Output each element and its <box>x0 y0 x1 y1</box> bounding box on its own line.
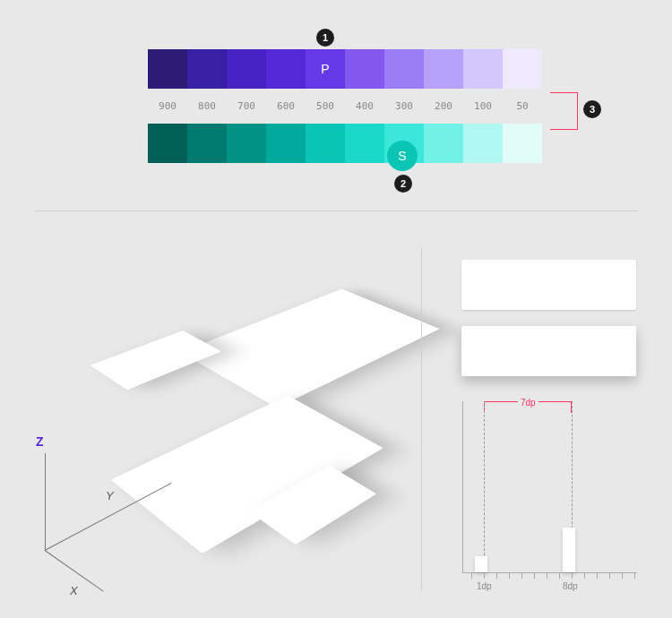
swatch <box>463 49 503 89</box>
chart-xlabel-2: 8dp <box>563 581 578 591</box>
chart-tick <box>559 573 560 579</box>
callout-2-label: 2 <box>401 178 406 189</box>
swatch <box>148 124 187 163</box>
chart-tick <box>609 573 610 579</box>
chart-y-axis <box>462 401 463 573</box>
swatch <box>227 124 266 163</box>
axis-x-label: X <box>70 584 78 597</box>
elevation-card-low <box>461 260 636 310</box>
chart-tick <box>634 573 635 579</box>
shade-labels-row: 90080070060050040030020010050 <box>148 100 542 112</box>
swatch <box>266 49 306 89</box>
callout-1-label: 1 <box>323 32 328 43</box>
shade-label: 600 <box>266 100 306 112</box>
chart-xlabel-1: 1dp <box>477 581 492 591</box>
chart-tick <box>471 573 472 579</box>
swatch <box>345 49 384 89</box>
chart-tick <box>572 573 573 579</box>
swatch <box>266 124 306 163</box>
chart-measure-label: 7dp <box>518 398 538 408</box>
shade-label: 100 <box>463 100 503 112</box>
chart-tick <box>547 573 547 579</box>
chart-tick <box>534 573 535 579</box>
swatch <box>187 124 227 163</box>
iso-card <box>180 289 439 408</box>
chart-tick <box>584 573 585 579</box>
shade-label: 200 <box>424 100 463 112</box>
elevation-chart: 7dp 1dp 8dp <box>462 401 637 589</box>
chart-bar-8dp <box>563 528 575 572</box>
chart-tick <box>496 573 497 579</box>
secondary-chip: S <box>387 141 418 171</box>
shade-label: 50 <box>503 100 542 112</box>
swatch <box>424 124 463 163</box>
column-divider <box>421 246 422 591</box>
swatch <box>424 49 463 89</box>
shade-label: 900 <box>148 100 187 112</box>
swatch <box>345 124 384 163</box>
callout-1: 1 <box>316 29 334 47</box>
chart-tick <box>509 573 510 579</box>
chart-tick <box>622 573 623 579</box>
chart-tick <box>597 573 598 579</box>
callout-3-label: 3 <box>590 104 595 115</box>
chart-tick <box>521 573 522 579</box>
swatch <box>306 124 345 163</box>
callout-3: 3 <box>583 100 601 118</box>
axis-z-line <box>45 453 46 550</box>
primary-palette <box>148 49 542 89</box>
elevation-card-high <box>461 326 636 376</box>
swatch <box>503 49 542 89</box>
secondary-palette <box>148 124 542 163</box>
swatch <box>503 124 542 163</box>
swatch <box>384 49 424 89</box>
chart-x-axis <box>462 572 637 573</box>
section-divider <box>34 210 638 211</box>
secondary-chip-label: S <box>398 149 406 163</box>
primary-chip: P <box>310 54 340 84</box>
shade-label: 300 <box>384 100 424 112</box>
axis-y-label: Y <box>106 489 114 502</box>
swatch <box>463 124 503 163</box>
chart-tick <box>484 573 485 579</box>
primary-chip-label: P <box>321 62 329 76</box>
shade-label: 400 <box>345 100 384 112</box>
swatch <box>187 49 227 89</box>
callout-3-bracket <box>550 92 578 130</box>
chart-bar-1dp <box>475 556 487 572</box>
swatch <box>148 49 187 89</box>
shade-label: 700 <box>227 100 266 112</box>
chart-dash <box>484 401 485 573</box>
swatch <box>227 49 266 89</box>
shade-label: 500 <box>306 100 345 112</box>
axis-z-label: Z <box>36 434 44 449</box>
diagram-canvas: 90080070060050040030020010050 P S 1 2 3 … <box>0 0 672 618</box>
isometric-surfaces <box>36 246 412 569</box>
callout-2: 2 <box>394 175 412 193</box>
shade-label: 800 <box>187 100 227 112</box>
